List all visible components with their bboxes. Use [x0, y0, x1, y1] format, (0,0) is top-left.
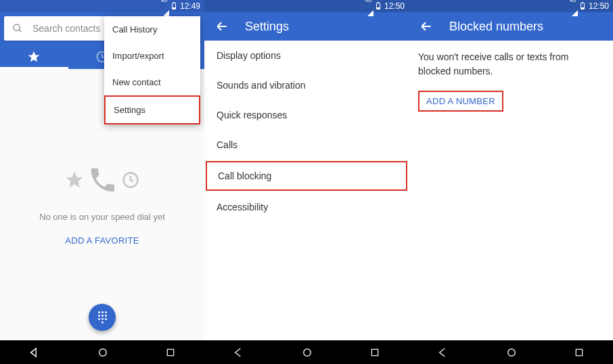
screen-settings: 4G 12:50 Settings Display options Sounds…: [204, 0, 409, 364]
screen-blocked-numbers: 4G 12:50 Blocked numbers You won't recei…: [409, 0, 613, 364]
dialpad-fab[interactable]: [89, 304, 116, 331]
status-time: 12:50: [384, 1, 405, 11]
status-bar: 4G 12:49: [0, 0, 204, 12]
menu-new-contact[interactable]: New contact: [104, 69, 200, 95]
star-icon: [27, 50, 41, 64]
page-title: Settings: [245, 20, 289, 34]
battery-icon: [376, 3, 380, 9]
back-button[interactable]: [419, 20, 433, 33]
status-bar: 4G 12:50: [204, 0, 409, 12]
search-icon: [12, 23, 23, 34]
status-time: 12:50: [589, 1, 609, 11]
svg-rect-7: [168, 349, 174, 355]
nav-recent-icon[interactable]: [574, 347, 585, 358]
svg-point-8: [304, 348, 311, 356]
svg-rect-9: [372, 349, 378, 355]
add-number-button[interactable]: ADD A NUMBER: [418, 91, 503, 112]
svg-line-1: [19, 30, 21, 32]
battery-icon: [172, 3, 176, 9]
blocked-content: You won't receive calls or texts from bl…: [409, 41, 613, 340]
nav-bar: [204, 340, 409, 364]
nav-home-icon[interactable]: [301, 346, 313, 359]
blocked-description: You won't receive calls or texts from bl…: [418, 50, 604, 78]
nav-home-icon[interactable]: [97, 346, 109, 359]
nav-back-icon[interactable]: [233, 346, 245, 359]
empty-icons: [64, 164, 140, 196]
battery-icon: [581, 3, 585, 9]
back-button[interactable]: [215, 20, 229, 33]
empty-text: No one is on your speed dial yet: [39, 212, 165, 222]
overflow-menu: Call History Import/export New contact S…: [104, 16, 200, 124]
nav-back-icon[interactable]: [28, 346, 41, 359]
settings-display-options[interactable]: Display options: [204, 41, 409, 70]
nav-recent-icon[interactable]: [369, 347, 380, 358]
empty-star-icon: [64, 170, 85, 190]
app-bar: Blocked numbers: [409, 12, 613, 41]
nav-bar: [0, 340, 204, 364]
empty-clock-icon: [121, 170, 140, 189]
nav-back-icon[interactable]: [437, 346, 449, 359]
signal-icon: 4G: [163, 2, 169, 10]
page-title: Blocked numbers: [449, 20, 543, 34]
signal-icon: 4G: [572, 2, 578, 10]
tab-favorites[interactable]: [0, 45, 68, 69]
svg-rect-11: [576, 349, 583, 355]
svg-point-10: [508, 348, 516, 356]
nav-bar: [409, 340, 613, 364]
nav-recent-icon[interactable]: [165, 347, 176, 358]
menu-import-export[interactable]: Import/export: [104, 43, 200, 69]
svg-point-6: [99, 348, 107, 356]
svg-point-0: [14, 24, 20, 30]
settings-list: Display options Sounds and vibration Qui…: [204, 41, 409, 340]
settings-quick-responses[interactable]: Quick responses: [204, 100, 409, 130]
add-favorite-button[interactable]: ADD A FAVORITE: [65, 235, 139, 246]
dialpad-icon: [98, 311, 107, 323]
settings-call-blocking[interactable]: Call blocking: [206, 161, 407, 191]
settings-sounds-vibration[interactable]: Sounds and vibration: [204, 70, 409, 100]
menu-call-history[interactable]: Call History: [104, 16, 200, 43]
app-bar: Settings: [204, 12, 409, 41]
status-bar: 4G 12:50: [409, 0, 613, 12]
signal-icon: 4G: [367, 2, 373, 10]
settings-calls[interactable]: Calls: [204, 130, 409, 160]
menu-settings[interactable]: Settings: [104, 95, 200, 124]
screen-contacts: 4G 12:49 Search contacts: [0, 0, 204, 364]
settings-accessibility[interactable]: Accessibility: [204, 192, 409, 222]
empty-phone-icon: [87, 164, 118, 196]
nav-home-icon[interactable]: [505, 346, 518, 359]
empty-state: No one is on your speed dial yet ADD A F…: [39, 164, 165, 246]
status-time: 12:49: [180, 1, 200, 11]
